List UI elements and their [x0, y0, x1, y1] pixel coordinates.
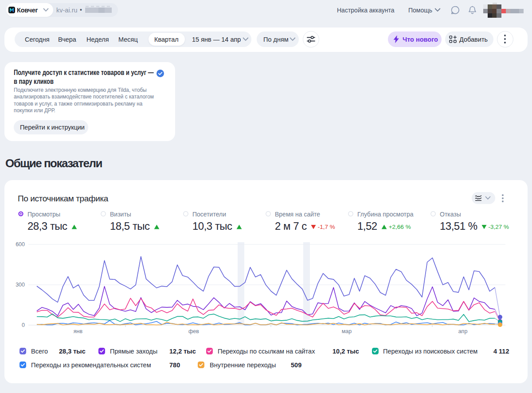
svg-text:фев: фев	[188, 328, 199, 334]
svg-text:600: 600	[16, 241, 25, 248]
svg-text:0: 0	[22, 322, 25, 328]
svg-text:янв: янв	[74, 328, 83, 334]
svg-text:мар: мар	[342, 328, 352, 334]
svg-text:300: 300	[16, 282, 25, 288]
svg-text:апр: апр	[458, 328, 468, 334]
